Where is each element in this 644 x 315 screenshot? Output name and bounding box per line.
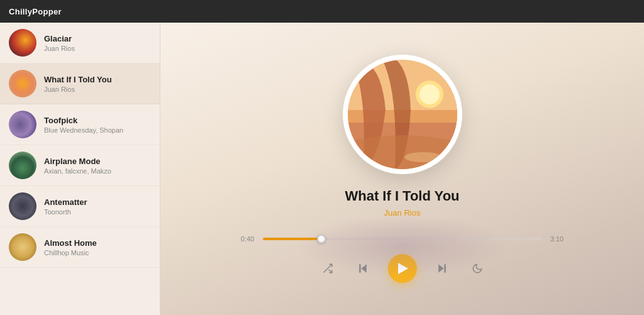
track-thumb-glaciar xyxy=(9,29,36,57)
progress-bar[interactable] xyxy=(263,238,542,240)
album-art-ring xyxy=(343,55,462,174)
next-button[interactable] xyxy=(432,258,452,279)
track-thumb-whatif xyxy=(9,70,36,97)
track-name-airplane: Airplane Mode xyxy=(44,157,151,166)
progress-section: 0:40 3:10 xyxy=(239,235,566,243)
svg-marker-11 xyxy=(438,264,443,272)
app-title: ChillyPopper xyxy=(9,7,62,16)
progress-thumb[interactable] xyxy=(317,235,326,243)
track-info-almost: Almost HomeChillhop Music xyxy=(44,238,151,257)
current-time: 0:40 xyxy=(239,235,257,243)
shuffle-button[interactable] xyxy=(318,258,338,279)
track-info-glaciar: GlaciarJuan Rios xyxy=(44,34,151,52)
main-layout: GlaciarJuan RiosWhat If I Told YouJuan R… xyxy=(0,23,644,315)
song-title: What If I Told You xyxy=(345,188,459,204)
track-thumb-antematter xyxy=(9,192,36,220)
track-item-whatif[interactable]: What If I Told YouJuan Rios xyxy=(0,64,160,104)
track-info-toofpick: ToofpickBlue Wednesday, Shopan xyxy=(44,116,151,134)
track-name-whatif: What If I Told You xyxy=(44,75,151,84)
track-thumb-almost xyxy=(9,233,36,261)
track-item-almost[interactable]: Almost HomeChillhop Music xyxy=(0,227,160,268)
play-button[interactable] xyxy=(388,254,417,283)
track-name-antematter: Antematter xyxy=(44,197,151,207)
track-list: GlaciarJuan RiosWhat If I Told YouJuan R… xyxy=(0,23,160,268)
svg-point-6 xyxy=(404,152,442,162)
sidebar: GlaciarJuan RiosWhat If I Told YouJuan R… xyxy=(0,23,160,315)
svg-marker-9 xyxy=(361,264,366,272)
song-artist: Juan Rios xyxy=(384,208,421,218)
svg-point-5 xyxy=(419,84,440,104)
prev-button[interactable] xyxy=(353,258,373,279)
track-artist-almost: Chillhop Music xyxy=(44,249,151,257)
track-info-whatif: What If I Told YouJuan Rios xyxy=(44,75,151,93)
track-name-glaciar: Glaciar xyxy=(44,34,151,43)
track-thumb-toofpick xyxy=(9,111,36,138)
progress-fill xyxy=(263,238,321,240)
track-info-airplane: Airplane ModeAxian, falcxne, Makzo xyxy=(44,157,151,175)
night-mode-button[interactable] xyxy=(467,258,487,279)
track-item-antematter[interactable]: AntematterToonorth xyxy=(0,186,160,227)
play-icon xyxy=(398,263,408,274)
track-artist-antematter: Toonorth xyxy=(44,208,151,216)
track-thumb-airplane xyxy=(9,152,36,179)
total-time: 3:10 xyxy=(548,235,566,243)
track-item-glaciar[interactable]: GlaciarJuan Rios xyxy=(0,23,160,64)
album-art xyxy=(348,60,457,169)
track-name-toofpick: Toofpick xyxy=(44,116,151,125)
track-artist-glaciar: Juan Rios xyxy=(44,45,151,52)
track-artist-airplane: Axian, falcxne, Makzo xyxy=(44,167,151,175)
track-info-antematter: AntematterToonorth xyxy=(44,197,151,216)
track-item-airplane[interactable]: Airplane ModeAxian, falcxne, Makzo xyxy=(0,145,160,186)
track-artist-toofpick: Blue Wednesday, Shopan xyxy=(44,126,151,134)
top-bar: ChillyPopper xyxy=(0,0,644,23)
player-area: What If I Told You Juan Rios 0:40 3:10 xyxy=(160,23,644,315)
svg-rect-10 xyxy=(359,264,361,272)
track-artist-whatif: Juan Rios xyxy=(44,86,151,93)
svg-rect-12 xyxy=(444,264,446,272)
controls xyxy=(318,254,487,283)
track-name-almost: Almost Home xyxy=(44,238,151,248)
track-item-toofpick[interactable]: ToofpickBlue Wednesday, Shopan xyxy=(0,104,160,145)
